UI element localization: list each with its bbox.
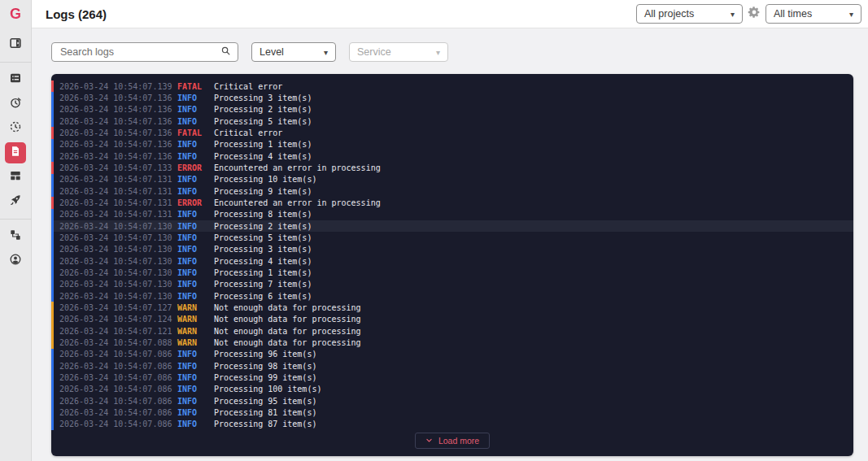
log-row[interactable]: 2026-03-24 10:54:07.133 ERROR Encountere… bbox=[51, 162, 853, 173]
log-message: Processing 99 item(s) bbox=[214, 373, 316, 382]
log-message: Critical error bbox=[214, 82, 282, 91]
log-level-badge: WARN bbox=[177, 315, 214, 324]
chevron-down-icon: ▾ bbox=[722, 10, 735, 19]
log-row[interactable]: 2026-03-24 10:54:07.086 INFO Processing … bbox=[51, 360, 853, 372]
log-row[interactable]: 2026-03-24 10:54:07.130 INFO Processing … bbox=[51, 220, 853, 232]
log-timestamp: 2026-03-24 10:54:07.131 bbox=[54, 175, 177, 184]
log-row[interactable]: 2026-03-24 10:54:07.130 INFO Processing … bbox=[51, 244, 853, 255]
log-message: Processing 10 item(s) bbox=[214, 175, 316, 184]
level-filter-select[interactable]: Level ▾ bbox=[251, 42, 336, 62]
log-row[interactable]: 2026-03-24 10:54:07.131 ERROR Encountere… bbox=[51, 197, 853, 208]
log-level-badge: INFO bbox=[177, 222, 214, 231]
project-filter-select[interactable]: All projects ▾ bbox=[636, 4, 743, 24]
log-message: Processing 4 item(s) bbox=[214, 257, 312, 266]
sidebar-item-dashboards[interactable] bbox=[5, 167, 26, 188]
search-input[interactable] bbox=[60, 46, 220, 58]
log-row[interactable]: 2026-03-24 10:54:07.139 FATAL Critical e… bbox=[51, 80, 853, 92]
log-timestamp: 2026-03-24 10:54:07.086 bbox=[54, 420, 177, 428]
log-message: Encountered an error in processing bbox=[214, 198, 381, 207]
sidebar-item-monitors[interactable] bbox=[5, 69, 26, 90]
sidebar-item-releases[interactable] bbox=[5, 191, 26, 212]
chevron-down-icon bbox=[425, 436, 433, 446]
log-level-badge: WARN bbox=[177, 327, 214, 336]
log-timestamp: 2026-03-24 10:54:07.136 bbox=[54, 140, 177, 149]
gear-icon bbox=[748, 6, 761, 22]
log-row[interactable]: 2026-03-24 10:54:07.131 INFO Processing … bbox=[51, 185, 853, 197]
log-level-badge: INFO bbox=[177, 187, 214, 196]
log-list: 2026-03-24 10:54:07.139 FATAL Critical e… bbox=[51, 80, 853, 430]
log-row[interactable]: 2026-03-24 10:54:07.136 INFO Processing … bbox=[51, 115, 853, 127]
log-row[interactable]: 2026-03-24 10:54:07.131 INFO Processing … bbox=[51, 174, 853, 185]
dashboard-icon bbox=[9, 169, 22, 185]
log-level-badge: INFO bbox=[177, 350, 214, 359]
log-row[interactable]: 2026-03-24 10:54:07.086 INFO Processing … bbox=[51, 349, 853, 360]
sidebar-item-logs[interactable] bbox=[5, 142, 26, 163]
sidebar-item-cron-jobs[interactable] bbox=[5, 118, 26, 139]
log-timestamp: 2026-03-24 10:54:07.086 bbox=[54, 350, 177, 359]
log-message: Encountered an error in processing bbox=[214, 163, 381, 172]
log-row[interactable]: 2026-03-24 10:54:07.127 WARN Not enough … bbox=[51, 302, 853, 313]
log-message: Processing 5 item(s) bbox=[214, 233, 312, 242]
chevron-down-icon: ▾ bbox=[428, 48, 440, 57]
sidebar-item-issues[interactable] bbox=[5, 34, 26, 55]
time-filter-select[interactable]: All times ▾ bbox=[765, 4, 861, 24]
log-level-badge: INFO bbox=[177, 257, 214, 266]
top-bar: Logs (264) All projects ▾ All times ▾ bbox=[32, 0, 868, 28]
log-row[interactable]: 2026-03-24 10:54:07.131 INFO Processing … bbox=[51, 209, 853, 220]
log-level-badge: INFO bbox=[177, 268, 214, 277]
topbar-controls: All projects ▾ All times ▾ bbox=[636, 4, 861, 24]
log-row[interactable]: 2026-03-24 10:54:07.130 INFO Processing … bbox=[51, 232, 853, 243]
page-title: Logs (264) bbox=[46, 7, 107, 21]
log-panel: 2026-03-24 10:54:07.139 FATAL Critical e… bbox=[51, 74, 853, 456]
log-level-badge: WARN bbox=[177, 338, 214, 347]
log-row[interactable]: 2026-03-24 10:54:07.130 INFO Processing … bbox=[51, 279, 853, 290]
log-row[interactable]: 2026-03-24 10:54:07.088 WARN Not enough … bbox=[51, 337, 853, 348]
log-row[interactable]: 2026-03-24 10:54:07.136 INFO Processing … bbox=[51, 150, 853, 162]
log-timestamp: 2026-03-24 10:54:07.139 bbox=[54, 82, 177, 91]
log-level-badge: INFO bbox=[177, 408, 214, 417]
panel-play-icon bbox=[9, 37, 22, 53]
log-message: Processing 8 item(s) bbox=[214, 210, 312, 219]
log-message: Processing 98 item(s) bbox=[214, 362, 316, 371]
glitchtip-logo[interactable]: G bbox=[10, 6, 21, 22]
document-icon bbox=[9, 145, 22, 161]
chevron-down-icon: ▾ bbox=[316, 48, 328, 57]
log-row[interactable]: 2026-03-24 10:54:07.136 FATAL Critical e… bbox=[51, 127, 853, 138]
sidebar-item-profile[interactable] bbox=[5, 250, 26, 272]
log-row[interactable]: 2026-03-24 10:54:07.086 INFO Processing … bbox=[51, 407, 853, 418]
log-row[interactable]: 2026-03-24 10:54:07.136 INFO Processing … bbox=[51, 104, 853, 115]
sidebar-item-uptime[interactable] bbox=[5, 94, 26, 115]
project-settings-button[interactable] bbox=[743, 4, 765, 24]
sidebar-item-organization[interactable] bbox=[5, 226, 26, 247]
log-row[interactable]: 2026-03-24 10:54:07.130 INFO Processing … bbox=[51, 255, 853, 267]
log-timestamp: 2026-03-24 10:54:07.131 bbox=[54, 187, 177, 196]
load-more-button[interactable]: Load more bbox=[415, 433, 490, 449]
log-row[interactable]: 2026-03-24 10:54:07.086 INFO Processing … bbox=[51, 384, 853, 395]
log-timestamp: 2026-03-24 10:54:07.136 bbox=[54, 117, 177, 126]
search-icon bbox=[220, 45, 231, 59]
log-row[interactable]: 2026-03-24 10:54:07.136 INFO Processing … bbox=[51, 139, 853, 150]
project-filter-value: All projects bbox=[644, 8, 694, 20]
log-level-badge: INFO bbox=[177, 385, 214, 394]
log-row[interactable]: 2026-03-24 10:54:07.130 INFO Processing … bbox=[51, 267, 853, 278]
log-row[interactable]: 2026-03-24 10:54:07.121 WARN Not enough … bbox=[51, 325, 853, 337]
log-timestamp: 2026-03-24 10:54:07.130 bbox=[54, 233, 177, 242]
log-row[interactable]: 2026-03-24 10:54:07.086 INFO Processing … bbox=[51, 395, 853, 407]
log-row[interactable]: 2026-03-24 10:54:07.086 INFO Processing … bbox=[51, 372, 853, 383]
log-message: Critical error bbox=[214, 128, 282, 137]
log-timestamp: 2026-03-24 10:54:07.131 bbox=[54, 210, 177, 219]
log-message: Processing 95 item(s) bbox=[214, 397, 316, 406]
log-message: Processing 87 item(s) bbox=[214, 420, 316, 428]
log-row[interactable]: 2026-03-24 10:54:07.124 WARN Not enough … bbox=[51, 314, 853, 325]
log-timestamp: 2026-03-24 10:54:07.136 bbox=[54, 128, 177, 137]
log-row[interactable]: 2026-03-24 10:54:07.136 INFO Processing … bbox=[51, 92, 853, 103]
log-row[interactable]: 2026-03-24 10:54:07.130 INFO Processing … bbox=[51, 290, 853, 302]
log-level-badge: ERROR bbox=[177, 198, 214, 207]
log-timestamp: 2026-03-24 10:54:07.136 bbox=[54, 105, 177, 114]
log-level-badge: INFO bbox=[177, 362, 214, 371]
log-timestamp: 2026-03-24 10:54:07.133 bbox=[54, 163, 177, 172]
log-row[interactable]: 2026-03-24 10:54:07.086 INFO Processing … bbox=[51, 419, 853, 430]
log-level-badge: ERROR bbox=[177, 163, 214, 172]
list-icon bbox=[9, 72, 22, 88]
log-level-badge: INFO bbox=[177, 420, 214, 428]
